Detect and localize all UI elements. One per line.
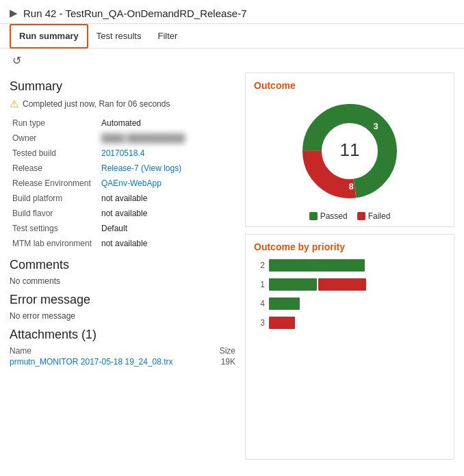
priority-bar-label-2: 4: [257, 299, 265, 308]
info-value-5: not available: [99, 191, 235, 206]
right-panel: Outcome 3 8 11: [245, 72, 454, 460]
outcome-box: Outcome 3 8 11: [245, 72, 454, 227]
failed-dot: [357, 212, 365, 220]
attach-row-0: prmutn_MONITOR 2017-05-18 19_24_08.trx19…: [10, 357, 235, 367]
left-panel: Summary ⚠ Completed just now, Ran for 06…: [10, 72, 235, 460]
priority-bar-label-1: 1: [257, 280, 265, 289]
priority-bar-row-1: 1: [257, 278, 443, 291]
info-table: Run typeAutomatedOwner████ ██████████Tes…: [10, 116, 235, 251]
passed-dot: [309, 212, 318, 220]
summary-section-title: Summary: [10, 79, 235, 94]
svg-text:3: 3: [373, 121, 378, 131]
attach-col-size: Size: [220, 346, 235, 356]
priority-bar-label-3: 3: [257, 318, 265, 328]
main-content: Summary ⚠ Completed just now, Ran for 06…: [0, 72, 464, 466]
info-value-6: not available: [99, 206, 235, 221]
info-label-7: Test settings: [10, 221, 99, 236]
warning-row: ⚠ Completed just now, Ran for 06 seconds: [10, 98, 235, 110]
legend-passed-label: Passed: [320, 211, 348, 221]
priority-chart: 2143: [254, 259, 446, 329]
tab-bar: Run summary Test results Filter: [0, 24, 464, 49]
info-label-5: Build platform: [10, 191, 99, 206]
svg-text:8: 8: [348, 181, 353, 191]
info-value-3[interactable]: Release-7 (View logs): [99, 161, 235, 176]
info-label-2: Tested build: [10, 146, 99, 161]
priority-title: Outcome by priority: [254, 241, 446, 252]
bar-passed-0: [269, 259, 365, 272]
attach-size-0: 19K: [221, 357, 235, 367]
attachments-section-title: Attachments (1): [10, 328, 235, 342]
priority-box: Outcome by priority 2143: [245, 234, 454, 460]
donut-legend: Passed Failed: [254, 211, 446, 221]
title-bar: ▶ Run 42 - TestRun_QA-OnDemandRD_Release…: [0, 0, 464, 24]
info-label-4: Release Environment: [10, 176, 99, 191]
bar-failed-1: [318, 278, 366, 291]
info-label-0: Run type: [10, 116, 99, 131]
bar-container-2: [269, 298, 443, 310]
bar-failed-3: [269, 317, 295, 329]
bar-passed-2: [269, 298, 300, 310]
info-value-4[interactable]: QAEnv-WebApp: [99, 176, 235, 191]
info-value-2[interactable]: 20170518.4: [99, 146, 235, 161]
outcome-title: Outcome: [254, 80, 446, 91]
info-value-1: ████ ██████████: [99, 131, 235, 146]
attachments-header: Name Size: [10, 346, 235, 356]
refresh-button[interactable]: ↺: [10, 53, 24, 68]
info-label-1: Owner: [10, 131, 99, 146]
priority-bar-row-0: 2: [257, 259, 443, 272]
info-value-7: Default: [99, 221, 235, 236]
priority-bar-row-2: 4: [257, 298, 443, 310]
bar-container-3: [269, 317, 443, 329]
donut-chart-area: 3 8 11: [254, 96, 446, 206]
donut-chart: 3 8 11: [295, 96, 404, 206]
attach-col-name: Name: [10, 346, 31, 356]
info-label-6: Build flavor: [10, 206, 99, 221]
priority-bar-row-3: 3: [257, 317, 443, 329]
warning-text: Completed just now, Ran for 06 seconds: [23, 99, 170, 109]
info-label-3: Release: [10, 161, 99, 176]
comments-section-title: Comments: [10, 258, 235, 272]
info-value-0: Automated: [99, 116, 235, 131]
bar-container-1: [269, 278, 443, 291]
tab-run-summary[interactable]: Run summary: [10, 24, 88, 49]
error-text: No error message: [10, 311, 235, 321]
run-icon: ▶: [10, 7, 18, 19]
info-label-8: MTM lab environment: [10, 236, 99, 251]
bar-passed-1: [269, 278, 317, 291]
error-section-title: Error message: [10, 293, 235, 307]
page-title: Run 42 - TestRun_QA-OnDemandRD_Release-7: [23, 8, 247, 19]
comments-text: No comments: [10, 276, 235, 286]
donut-center-total: 11: [340, 140, 360, 160]
bar-container-0: [269, 259, 443, 272]
legend-failed-label: Failed: [368, 211, 391, 221]
tab-test-results[interactable]: Test results: [88, 24, 150, 49]
warning-icon: ⚠: [10, 98, 18, 110]
legend-failed: Failed: [357, 211, 391, 221]
legend-passed: Passed: [309, 211, 348, 221]
tab-filter[interactable]: Filter: [149, 24, 185, 49]
attach-name-0[interactable]: prmutn_MONITOR 2017-05-18 19_24_08.trx: [10, 357, 173, 367]
priority-bar-label-0: 2: [257, 261, 265, 270]
toolbar: ↺: [0, 49, 464, 72]
info-value-8: not available: [99, 236, 235, 251]
